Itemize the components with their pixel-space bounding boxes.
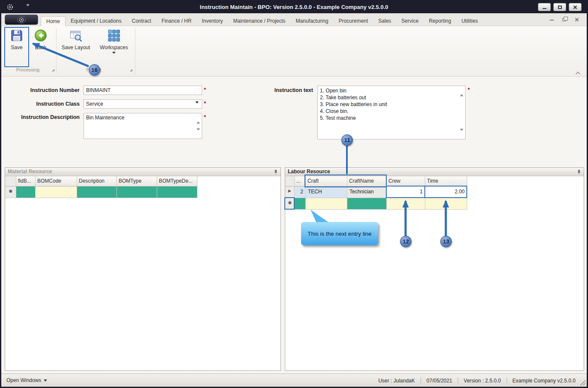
application-menu-button[interactable] <box>5 15 38 25</box>
save-layout-icon <box>69 29 83 42</box>
group-label-processing: Processing <box>5 67 51 72</box>
highlight-craft-headers <box>304 175 387 187</box>
pin-icon[interactable] <box>274 169 278 178</box>
grid-cell-description[interactable] <box>77 187 117 198</box>
grid-cell-crew-new[interactable] <box>387 198 425 210</box>
save-layout-button[interactable]: Save Layout <box>59 29 93 50</box>
instruction-number-field[interactable]: BINMAINT <box>84 86 202 95</box>
application-window: Instruction Maintain - BPO: Version 2.5.… <box>0 0 588 388</box>
grid-corner-header <box>5 176 16 187</box>
ribbon-tabs: Home Equipment / Locations Contract Fina… <box>41 16 483 26</box>
highlight-crew-cell <box>386 186 425 198</box>
open-windows-button[interactable]: Open Windows <box>6 377 47 383</box>
tab-manufacturing[interactable]: Manufacturing <box>291 16 334 26</box>
back-button[interactable]: Back <box>30 29 52 50</box>
column-header-bomtypede[interactable]: BOMTypeDe... <box>157 176 197 187</box>
scroll-down-icon[interactable] <box>460 131 463 137</box>
grid-cell-craftname[interactable]: Technician <box>347 187 387 198</box>
tab-reporting[interactable]: Reporting <box>424 16 456 26</box>
tab-equipment-locations[interactable]: Equipment / Locations <box>66 16 127 26</box>
tab-maintenance-projects[interactable]: Maintenance / Projects <box>228 16 291 26</box>
dropdown-caret-icon[interactable] <box>195 104 199 110</box>
instruction-text-line: 3. Place new battteries in unit <box>320 101 463 108</box>
instruction-text-line: 1. Open bin <box>320 87 463 94</box>
scroll-down-icon[interactable] <box>197 130 200 136</box>
grid-cell-bomcode[interactable] <box>36 187 77 198</box>
title-bar: Instruction Maintain - BPO: Version 2.5.… <box>1 1 587 13</box>
mdi-restore-icon[interactable] <box>562 18 566 21</box>
grid-cell-craft-new[interactable] <box>306 198 347 210</box>
grid-cell-craftname-new[interactable] <box>347 198 387 210</box>
instruction-text-textarea[interactable]: 1. Open bin 2. Take batteries out 3. Pla… <box>317 86 466 139</box>
column-header-bomtype[interactable]: BOMType <box>117 176 157 187</box>
save-layout-button-label: Save Layout <box>59 44 93 50</box>
grid-cell-bomtypede[interactable] <box>157 187 197 198</box>
window-title: Instruction Maintain - BPO: Version 2.5.… <box>1 4 587 10</box>
status-separator <box>507 377 507 384</box>
tab-home[interactable]: Home <box>41 16 66 26</box>
mdi-window-controls <box>550 18 579 22</box>
grid-cell-bomtype[interactable] <box>117 187 157 198</box>
material-resource-panel: Material Resource fldB... BOMCode Descri… <box>5 167 281 371</box>
tab-sales[interactable]: Sales <box>373 16 396 26</box>
grid-cell-craft[interactable]: TECH <box>306 187 347 198</box>
tab-contract[interactable]: Contract <box>127 16 156 26</box>
resize-grip[interactable] <box>580 380 585 385</box>
callout-12: 12 <box>400 236 412 247</box>
group-separator <box>56 28 57 73</box>
tab-finance-hr[interactable]: Finance / HR <box>156 16 197 26</box>
minimize-button[interactable] <box>538 3 551 11</box>
workspaces-dropdown-icon <box>112 52 116 54</box>
instruction-description-textarea[interactable]: Bin Maintenance <box>84 113 202 139</box>
back-button-label: Back <box>30 44 52 50</box>
dialog-launcher-icon[interactable]: ◢ <box>52 68 54 72</box>
pin-icon[interactable] <box>577 169 581 178</box>
mdi-close-icon[interactable] <box>575 18 579 22</box>
instruction-class-dropdown[interactable]: Service <box>84 99 202 109</box>
annotation-tooltip: This is the next entry line <box>301 222 378 245</box>
current-row-indicator[interactable]: ▶ <box>285 187 295 198</box>
grid-cell-time-new[interactable] <box>425 198 467 210</box>
mdi-minimize-icon[interactable] <box>550 20 554 21</box>
grid-cell-rownum-new[interactable] <box>295 198 306 210</box>
new-row-selector[interactable]: ✱ <box>5 187 16 198</box>
column-header-description[interactable]: Description <box>77 176 117 187</box>
close-button[interactable] <box>569 3 582 11</box>
open-windows-label: Open Windows <box>6 377 41 383</box>
callout-11: 11 <box>341 134 353 146</box>
collapse-ribbon-icon[interactable] <box>575 69 581 77</box>
status-info: User : JulandaK 07/05/2021 Version : 2.5… <box>378 377 576 384</box>
required-marker: * <box>204 86 206 93</box>
close-icon <box>573 5 577 9</box>
back-arrow-icon <box>34 29 48 42</box>
column-header-bomcode[interactable]: BOMCode <box>36 176 77 187</box>
scroll-up-icon[interactable] <box>460 88 463 94</box>
tab-procurement[interactable]: Procurement <box>334 16 373 26</box>
material-resource-panel-header: Material Resource <box>5 168 281 176</box>
scroll-up-icon[interactable] <box>197 116 200 121</box>
grid-cell-fldb[interactable] <box>16 187 36 198</box>
workspaces-grid-icon <box>107 29 121 42</box>
workspaces-button[interactable]: Workspaces <box>96 29 132 54</box>
tab-inventory[interactable]: Inventory <box>197 16 228 26</box>
status-date: 07/05/2021 <box>427 378 452 384</box>
column-header-time[interactable]: Time <box>425 176 467 187</box>
grid-cell-rownum[interactable]: 2 <box>295 187 306 198</box>
grid-corner-header <box>285 176 295 187</box>
tab-utilities[interactable]: Utilities <box>456 16 483 26</box>
status-bar: Open Windows User : JulandaK 07/05/2021 … <box>1 373 587 387</box>
ribbon-tab-strip: Home Equipment / Locations Contract Fina… <box>1 13 587 26</box>
tab-service[interactable]: Service <box>396 16 424 26</box>
column-header-fldb[interactable]: fldB... <box>16 176 36 187</box>
open-windows-caret-icon <box>44 379 47 382</box>
column-header-crew[interactable]: Crew <box>387 176 425 187</box>
callout-16: 16 <box>89 64 100 76</box>
status-separator <box>421 377 421 384</box>
group-separator <box>135 28 135 73</box>
maximize-button[interactable] <box>553 3 566 11</box>
required-marker: * <box>468 86 470 93</box>
dialog-launcher-icon[interactable]: ◢ <box>130 68 132 72</box>
required-marker: * <box>204 114 206 120</box>
instruction-text-label: Instruction text <box>235 87 313 93</box>
instruction-number-label: Instruction Number <box>5 87 80 93</box>
